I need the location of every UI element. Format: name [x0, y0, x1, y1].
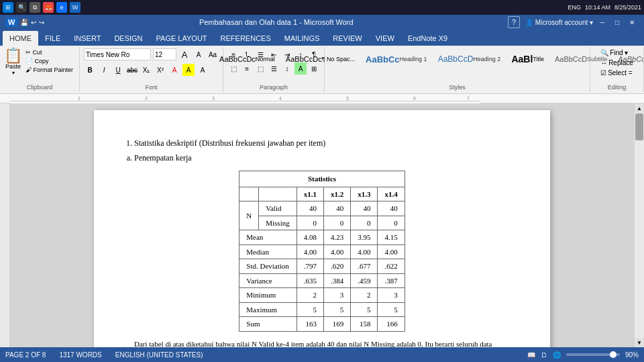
col-x14: x1.4	[378, 187, 405, 201]
var-x11: .635	[297, 273, 323, 288]
tab-references[interactable]: REFERENCES	[214, 31, 278, 46]
document-main[interactable]: Statistika deskriptif (Distribusi frekue…	[9, 103, 635, 347]
tab-review[interactable]: REVIEW	[326, 31, 368, 46]
underline-btn[interactable]: U	[112, 64, 124, 76]
tab-view[interactable]: VIEW	[369, 31, 401, 46]
editing-label: Editing	[608, 84, 627, 91]
font-shrink-btn[interactable]: A	[193, 48, 205, 60]
bold-btn[interactable]: B	[84, 64, 96, 76]
taskbar-date: 8/25/2021	[614, 4, 641, 11]
table-row: Variance .635 .384 .459 .387	[239, 273, 405, 288]
ribbon-content: 📋 Paste ▾ ✂ Cut 📄 Copy 🖌 Format Painter …	[0, 46, 644, 94]
std-x13: .677	[351, 259, 378, 274]
ruler-svg: 1 2 3 4 5 6 7	[11, 94, 480, 103]
edge-icon[interactable]: e	[56, 2, 67, 13]
tab-mailings[interactable]: MAILINGS	[278, 31, 327, 46]
read-mode-btn[interactable]: 📖	[527, 351, 535, 359]
font-grow-btn[interactable]: A	[178, 48, 191, 60]
valid-label: Valid	[259, 201, 297, 216]
style-heading2[interactable]: AaBbCcDHeading 2	[433, 48, 506, 70]
highlight-btn[interactable]: A	[182, 64, 195, 76]
minimize-btn[interactable]: ─	[596, 17, 609, 28]
table-row: Mean 4.08 4.23 3.95 4.15	[239, 230, 405, 245]
style-no-spacing[interactable]: AaBbCcDc¶ No Spac...	[281, 48, 360, 70]
n-missing-x12: 0	[323, 216, 350, 230]
tab-file[interactable]: FILE	[38, 31, 67, 46]
document-title: Pembahasan dan Olah data 1 - Microsoft W…	[44, 18, 508, 26]
paste-btn[interactable]: 📋 Paste ▾	[4, 48, 22, 76]
svg-text:6: 6	[413, 96, 416, 101]
page-indicator: PAGE 2 OF 8	[5, 351, 46, 359]
strikethrough-btn[interactable]: abc	[126, 64, 138, 76]
print-layout-btn[interactable]: 🗋	[541, 351, 547, 359]
table-row: Maximum 5 5 5 5	[239, 302, 405, 317]
font-name-input[interactable]	[84, 48, 151, 60]
n-valid-x13: 40	[351, 201, 378, 216]
text-effects-btn[interactable]: A	[197, 64, 209, 76]
median-x12: 4.00	[323, 244, 350, 259]
font-size-input[interactable]	[153, 48, 176, 60]
font-color-btn[interactable]: A	[168, 64, 180, 76]
windows-icon[interactable]: ⊞	[3, 2, 13, 13]
table-caption: Statistics	[239, 171, 405, 187]
mean-x14: 4.15	[378, 230, 405, 245]
document-page: Statistika deskriptif (Distribusi frekue…	[94, 110, 550, 347]
close-btn[interactable]: ✕	[625, 17, 639, 28]
taskview-icon[interactable]: ⧉	[30, 2, 40, 13]
var-x14: .387	[378, 273, 405, 288]
scroll-right[interactable]: ▲ ▼	[635, 103, 644, 347]
italic-btn[interactable]: I	[98, 64, 110, 76]
col-x12: x1.2	[323, 187, 350, 201]
scroll-up-btn[interactable]: ▲	[635, 103, 644, 113]
ribbon-tabs: HOME FILE INSERT DESIGN PAGE LAYOUT REFE…	[0, 30, 644, 46]
scroll-down-btn[interactable]: ▼	[635, 338, 644, 347]
style-title[interactable]: AaBlTitle	[506, 48, 549, 70]
replace-btn[interactable]: ↔ Replace	[598, 58, 636, 67]
svg-text:2: 2	[145, 96, 148, 101]
undo-btn[interactable]: ↩	[31, 19, 36, 26]
cut-btn[interactable]: ✂ Cut	[23, 48, 75, 56]
sum-x12: 169	[323, 317, 350, 332]
search-icon[interactable]: 🔍	[16, 2, 27, 13]
n-label: N	[239, 201, 259, 230]
firefox-icon[interactable]: 🦊	[43, 2, 54, 13]
word-icon[interactable]: W	[70, 2, 80, 13]
missing-label: Missing	[259, 216, 297, 230]
scroll-left	[0, 103, 9, 347]
format-painter-btn[interactable]: 🖌 Format Painter	[23, 66, 75, 74]
tab-design[interactable]: DESIGN	[107, 31, 149, 46]
tab-page-layout[interactable]: PAGE LAYOUT	[150, 31, 214, 46]
help-btn[interactable]: ?	[508, 16, 520, 28]
word-app-icon: W	[5, 17, 17, 27]
subscript-btn[interactable]: X₁	[140, 64, 152, 76]
svg-text:1: 1	[78, 96, 80, 101]
status-bar: PAGE 2 OF 8 1317 WORDS ENGLISH (UNITED S…	[0, 347, 644, 362]
median-label: Median	[239, 244, 297, 259]
style-normal[interactable]: AaBbCcDcNormal	[215, 48, 280, 70]
style-heading1[interactable]: AaBbCcHeading 1	[361, 48, 432, 70]
maximize-btn[interactable]: □	[610, 17, 624, 28]
copy-btn[interactable]: 📄 Copy	[23, 57, 75, 65]
redo-btn[interactable]: ↪	[39, 19, 44, 26]
scroll-thumb[interactable]	[635, 114, 643, 140]
word-count: 1317 WORDS	[59, 351, 101, 359]
table-row: Median 4.00 4.00 4.00 4.00	[239, 244, 405, 259]
web-layout-btn[interactable]: 🌐	[553, 351, 561, 359]
n-missing-x13: 0	[351, 216, 378, 230]
n-valid-x12: 40	[323, 201, 350, 216]
styles-group: AaBbCcDcNormal AaBbCcDc¶ No Spac... AaBb…	[325, 47, 590, 92]
find-btn[interactable]: 🔍 Find ▾	[598, 48, 630, 57]
select-btn[interactable]: ☑ Select =	[598, 69, 635, 77]
quick-save[interactable]: 💾	[20, 19, 28, 26]
taskbar-right: ENG 10:14 AM 8/25/2021	[568, 4, 641, 11]
svg-rect-0	[11, 94, 480, 103]
tab-insert[interactable]: INSERT	[67, 31, 107, 46]
tab-home[interactable]: HOME	[3, 31, 38, 46]
tab-endnote[interactable]: EndNote X9	[401, 31, 454, 46]
zoom-slider[interactable]	[566, 353, 620, 356]
sum-label: Sum	[239, 317, 297, 332]
median-x11: 4.00	[297, 244, 323, 259]
variance-label: Variance	[239, 273, 297, 288]
table-row: Sum 163 169 158 166	[239, 317, 405, 332]
superscript-btn[interactable]: X²	[154, 64, 166, 76]
